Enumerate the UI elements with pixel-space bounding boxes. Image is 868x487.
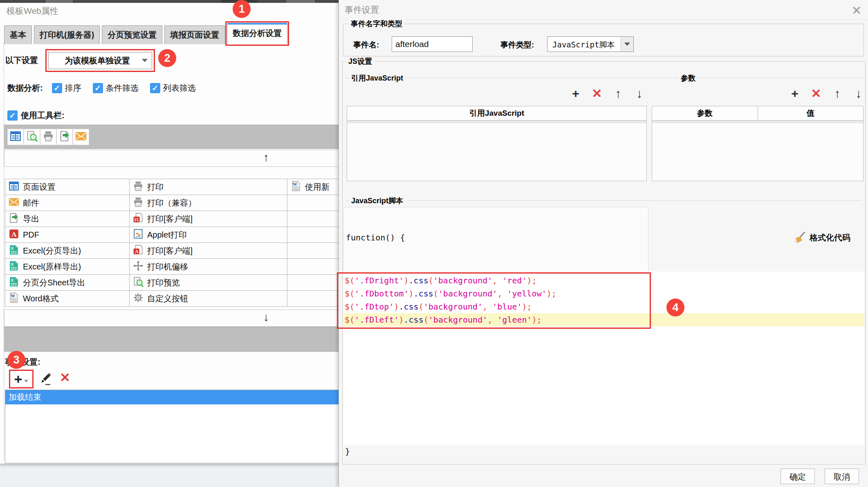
move-up-icon[interactable]: ↑ <box>608 85 629 103</box>
tab-打印机(服务器)[interactable]: 打印机(服务器) <box>34 25 100 44</box>
move-down-strip[interactable] <box>4 310 339 327</box>
delete-event-button[interactable]: ✕ <box>60 370 70 385</box>
toolbar-button-email[interactable] <box>73 129 89 145</box>
button-config-cell-打印预览[interactable]: 打印预览 <box>130 275 287 291</box>
checkbox-icon[interactable] <box>93 83 103 93</box>
tab-基本[interactable]: 基本 <box>4 25 32 44</box>
add-icon[interactable]: + <box>565 85 586 103</box>
toolbar-button-export[interactable] <box>56 129 73 145</box>
js-settings-group: JS设置 引用JavaScript 参数 +✕↑↓ +✕↑↓ 引用JavaScr… <box>342 61 866 465</box>
toolbar-button-page-setup[interactable] <box>7 129 24 145</box>
code-line-2[interactable]: $('.fDbottom').css('background', 'yellow… <box>343 287 864 300</box>
cell-label: Word格式 <box>23 293 58 304</box>
down-arrow-icon <box>250 311 283 324</box>
script-legend: JavaScript脚本 <box>349 196 405 206</box>
tab-分页预览设置[interactable]: 分页预览设置 <box>102 25 162 44</box>
edit-event-button[interactable] <box>39 372 53 386</box>
plus-icon: + <box>14 372 22 386</box>
button-config-cell-打印（兼容）[interactable]: 打印（兼容） <box>130 195 287 211</box>
button-config-cell-打印[客户端][interactable]: FL打印[客户端] <box>130 211 287 227</box>
page-setup-icon <box>9 181 19 193</box>
ref-js-list[interactable]: 引用JavaScript <box>347 106 647 181</box>
cell-label: 打印预览 <box>147 277 180 288</box>
checkbox-icon[interactable] <box>150 83 160 93</box>
svg-text:E: E <box>11 278 14 283</box>
use-toolbar-row: 使用工具栏: <box>7 108 65 122</box>
pdf-icon: A <box>9 229 19 241</box>
move-up-icon[interactable]: ↑ <box>827 85 848 103</box>
function-prologue-box: function() { <box>343 207 648 272</box>
left-inner-border <box>4 42 4 461</box>
params-list-body[interactable] <box>652 123 863 180</box>
button-config-cell-打印机偏移[interactable]: 打印机偏移 <box>130 259 287 275</box>
svg-text:A: A <box>11 231 17 238</box>
cell-label: 打印机偏移 <box>147 261 188 272</box>
button-config-cell-导出[interactable]: 导出 <box>5 211 130 227</box>
table-row: EExcel(分页导出)A打印[客户端] <box>5 243 349 259</box>
ref-js-toolbar: +✕↑↓ <box>565 85 650 103</box>
code-line-4[interactable]: $('.fDleft').css('background', 'gleen'); <box>343 313 864 326</box>
event-name-input[interactable] <box>392 36 473 52</box>
toolbar-button-print-preview[interactable] <box>24 129 40 145</box>
checkbox-item-排序: 排序 <box>52 83 81 94</box>
app-top-strip <box>0 0 339 3</box>
checkbox-icon[interactable] <box>52 83 62 93</box>
format-code-button[interactable]: 格式化代码 <box>793 231 850 244</box>
top-strip-segment <box>286 0 315 3</box>
button-config-cell-Applet打印[interactable]: Applet打印 <box>130 227 287 243</box>
event-settings-dialog: 事件设置 事件名字和类型 事件名: 事件类型: JavaScript脚本 JS设… <box>339 0 868 487</box>
param-column-header: 参数 <box>652 106 758 120</box>
left-dialog-title: 模板Web属性 <box>7 5 58 17</box>
print-icon <box>133 197 144 209</box>
javascript-code-editor[interactable]: $('.fDright').css('background', 'red');$… <box>343 272 864 445</box>
ref-js-list-body[interactable] <box>347 123 646 180</box>
code-line-1[interactable]: $('.fDright').css('background', 'red'); <box>343 274 864 287</box>
delete-icon[interactable]: ✕ <box>586 85 608 103</box>
button-config-cell-页面设置[interactable]: 页面设置 <box>5 179 130 195</box>
add-event-button[interactable]: + <box>11 371 32 387</box>
button-config-cell-分页分Sheet导出[interactable]: E分页分Sheet导出 <box>5 275 130 291</box>
button-config-cell-自定义按钮[interactable]: 自定义按钮 <box>130 291 287 307</box>
chevron-down-icon <box>621 37 633 52</box>
button-config-cell-打印[interactable]: 打印 <box>130 179 287 195</box>
top-strip-segment <box>46 0 73 3</box>
scope-row: 以下设置 <box>5 52 38 68</box>
toolbar-button-print[interactable] <box>40 129 56 145</box>
cancel-button[interactable]: 取消 <box>825 469 859 484</box>
page-setup-icon <box>10 130 21 144</box>
ok-button[interactable]: 确定 <box>781 469 815 484</box>
move-down-icon[interactable]: ↓ <box>848 85 868 103</box>
email-icon <box>75 130 87 144</box>
params-list[interactable]: 参数 值 <box>652 106 864 181</box>
tab-数据分析设置[interactable]: 数据分析设置 <box>227 23 287 44</box>
cell-label: 页面设置 <box>23 182 56 193</box>
toolbar-preview-band <box>4 125 339 149</box>
screen: 模板Web属性 基本打印机(服务器)分页预览设置填报页面设置数据分析设置 以下设… <box>0 0 868 487</box>
data-analysis-options: 排序条件筛选列表筛选 <box>52 83 207 94</box>
button-config-cell-PDF[interactable]: APDF <box>5 227 130 243</box>
export-icon <box>9 213 19 225</box>
event-list-selected-row[interactable]: 加载结束 <box>5 390 339 404</box>
cell-label: 打印 <box>147 182 164 193</box>
brush-icon <box>793 231 806 244</box>
move-up-strip[interactable] <box>4 150 339 167</box>
use-toolbar-checkbox[interactable] <box>7 110 18 121</box>
tab-填报页面设置[interactable]: 填报页面设置 <box>164 25 225 44</box>
event-type-value: JavaScript脚本 <box>552 40 615 50</box>
delete-icon[interactable]: ✕ <box>805 85 827 103</box>
export-icon <box>59 130 70 144</box>
params-toolbar: +✕↑↓ <box>784 85 868 103</box>
button-config-cell-Excel(原样导出)[interactable]: EExcel(原样导出) <box>5 259 130 275</box>
button-config-cell-Excel(分页导出)[interactable]: EExcel(分页导出) <box>5 243 130 259</box>
scope-select[interactable]: 为该模板单独设置 <box>48 52 152 69</box>
event-list[interactable]: 加载结束 <box>5 390 339 463</box>
button-config-cell-打印[客户端][interactable]: A打印[客户端] <box>130 243 287 259</box>
print-preview-icon <box>133 276 144 289</box>
event-type-select[interactable]: JavaScript脚本 <box>547 36 634 52</box>
move-down-icon[interactable]: ↓ <box>629 85 650 103</box>
add-icon[interactable]: + <box>784 85 805 103</box>
button-config-cell-邮件[interactable]: 邮件 <box>5 195 130 211</box>
button-config-cell-Word格式[interactable]: WWord格式 <box>5 291 130 307</box>
code-line-3[interactable]: $('.fDtop').css('background', 'blue'); <box>343 300 864 313</box>
close-icon[interactable] <box>848 2 866 20</box>
